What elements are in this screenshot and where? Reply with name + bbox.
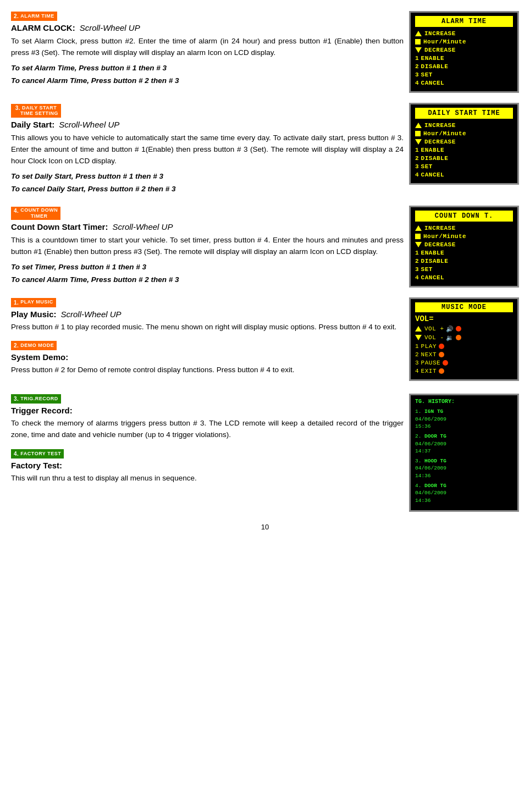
daily-lcd-header: DAILY START TIME (415, 108, 513, 119)
alarm-body: To set Alarm Clock, press button #2. Ent… (11, 36, 404, 59)
trig-title: Trigger Record: (11, 406, 404, 415)
decrease-icon (415, 47, 422, 53)
countdown-section: 4.COUNT DOWN TIMER Count Down Start Time… (11, 206, 519, 288)
alarm-clock-section: 2. ALARM TIME ALARM CLOCK: Scroll-Wheel … (11, 11, 519, 93)
alarm-clock-left: 2. ALARM TIME ALARM CLOCK: Scroll-Wheel … (11, 11, 404, 87)
factory-title: Factory Test: (11, 461, 404, 470)
trigger-section: 3. TRIG.RECORD Trigger Record: To check … (11, 394, 404, 441)
alarm-bold1: To set Alarm Time, Press button # 1 then… (11, 62, 404, 75)
decrease-icon-2 (415, 139, 422, 145)
alarm-title: ALARM CLOCK: Scroll-Wheel UP (11, 23, 404, 32)
daily-badge: 3.DAILY START TIME SETTING (11, 104, 61, 118)
hour-minute-icon-3 (415, 234, 421, 239)
hour-minute-icon (415, 39, 421, 45)
daily-bold2: To cancel Daily Start, Press button # 2 … (11, 183, 404, 196)
music-demo-row: 1. PLAY MUSIC Play Music: Scroll-Wheel U… (11, 297, 519, 384)
daily-lcd: DAILY START TIME INCREASE Hour/Minute DE… (409, 103, 519, 185)
page: 2. ALARM TIME ALARM CLOCK: Scroll-Wheel … (0, 5, 530, 548)
countdown-lcd-header: COUNT DOWN T. (415, 211, 513, 222)
vol-down-icon (415, 335, 422, 340)
vol-up-dot (456, 326, 461, 332)
music-demo-left: 1. PLAY MUSIC Play Music: Scroll-Wheel U… (11, 297, 404, 384)
countdown-lcd: COUNT DOWN T. INCREASE Hour/Minute DECRE… (409, 206, 519, 288)
system-demo-section: 2. DEMO MODE System Demo: Press button #… (11, 340, 404, 376)
play-music-body: Press button # 1 to play recorded music.… (11, 322, 404, 333)
play-music-title: Play Music: Scroll-Wheel UP (11, 310, 404, 319)
next-dot (439, 352, 444, 357)
alarm-lcd: ALARM TIME INCREASE Hour/Minute DECREASE… (409, 11, 519, 93)
hist-row-2: 2. DOOR TG 04/06/2009 14:37 (415, 433, 513, 455)
increase-icon-2 (415, 123, 422, 128)
trig-factory-row: 3. TRIG.RECORD Trigger Record: To check … (11, 394, 519, 512)
alarm-badge: 2. ALARM TIME (11, 12, 57, 21)
demo-badge: 2. DEMO MODE (11, 341, 57, 350)
trig-badge: 3. TRIG.RECORD (11, 394, 61, 404)
exit-dot (439, 368, 444, 374)
play-dot (439, 344, 444, 349)
countdown-left: 4.COUNT DOWN TIMER Count Down Start Time… (11, 206, 404, 287)
countdown-body: This is a countdown timer to start your … (11, 235, 404, 258)
vol-down-dot (456, 335, 461, 340)
vol-label: VOL= (415, 314, 513, 323)
countdown-bold1: To set Timer, Press button # 1 then # 3 (11, 261, 404, 274)
music-lcd-header: MUSIC MODE (415, 302, 513, 312)
factory-body: This will run thru a test to display all… (11, 473, 404, 484)
alarm-bold2: To cancel Alarm Time, Press button # 2 t… (11, 75, 404, 87)
pause-dot (443, 360, 448, 366)
factory-badge: 4. FACTORY TEST (11, 449, 64, 459)
music-lcd: MUSIC MODE VOL= VOL + 🔊 VOL - 🔉 1 PLAY (409, 297, 519, 381)
daily-start-left: 3.DAILY START TIME SETTING Daily Start: … (11, 103, 404, 196)
hour-minute-icon-2 (415, 131, 421, 136)
play-music-badge: 1. PLAY MUSIC (11, 298, 56, 307)
daily-bold1: To set Daily Start, Press button # 1 the… (11, 170, 404, 183)
trig-factory-left: 3. TRIG.RECORD Trigger Record: To check … (11, 394, 404, 488)
hist-row-3: 3. HOOD TG 04/06/2009 14:36 (415, 457, 513, 479)
vol-up-icon (415, 326, 422, 332)
history-lcd: TG. HISTORY: 1. IGN TG 04/06/2009 15:36 … (409, 394, 519, 512)
page-number: 10 (11, 523, 519, 531)
hist-row-4: 4. DOOR TG 04/06/2009 14:36 (415, 482, 513, 504)
increase-icon-3 (415, 225, 422, 231)
history-header: TG. HISTORY: (415, 399, 513, 405)
demo-title: System Demo: (11, 352, 404, 362)
daily-body: This allows you to have vehicle to autom… (11, 132, 404, 167)
play-music-section: 1. PLAY MUSIC Play Music: Scroll-Wheel U… (11, 297, 404, 333)
factory-section: 4. FACTORY TEST Factory Test: This will … (11, 449, 404, 484)
countdown-bold2: To cancel Alarm Time, Press button # 2 t… (11, 274, 404, 286)
daily-title: Daily Start: Scroll-Wheel UP (11, 120, 404, 129)
increase-icon (415, 31, 422, 36)
alarm-lcd-header: ALARM TIME (415, 16, 513, 27)
hist-row-1: 1. IGN TG 04/06/2009 15:36 (415, 408, 513, 430)
countdown-badge: 4.COUNT DOWN TIMER (11, 207, 60, 220)
countdown-title: Count Down Start Timer: Scroll-Wheel UP (11, 222, 404, 231)
decrease-icon-3 (415, 242, 422, 247)
trig-body: To check the memory of alarms triggers p… (11, 418, 404, 441)
demo-body: Press button # 2 for Demo of remote cont… (11, 364, 404, 376)
daily-start-section: 3.DAILY START TIME SETTING Daily Start: … (11, 103, 519, 196)
